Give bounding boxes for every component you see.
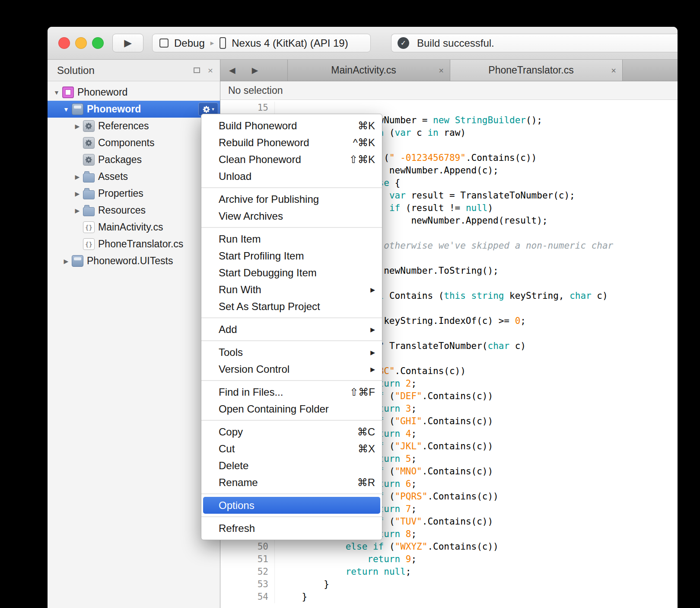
menu-item-refresh[interactable]: Refresh <box>201 520 382 537</box>
menu-item-run-with[interactable]: Run With▶ <box>201 281 382 298</box>
chevron-right-icon[interactable]: ▶ <box>72 173 83 180</box>
menu-item-view-archives[interactable]: View Archives <box>201 208 382 224</box>
minimize-window-button[interactable] <box>75 37 87 49</box>
sidebar-item-phoneword[interactable]: ▼Phoneword▾ <box>48 101 220 118</box>
tab-mainactivity-cs[interactable]: MainActivity.cs× <box>287 60 450 81</box>
sidebar-item-phoneword[interactable]: ▼Phoneword <box>48 84 220 101</box>
code-line: 50 else if ("WXYZ".Contains(c)) <box>220 541 678 553</box>
run-configuration-selector[interactable]: Debug ▸ Nexus 4 (KitKat) (API 19) <box>152 34 371 52</box>
code-line: 52 return null; <box>220 566 678 578</box>
code-text: } <box>275 578 329 591</box>
menu-separator <box>201 380 382 381</box>
tab-navigation: ◀ ▶ <box>220 60 287 81</box>
close-window-button[interactable] <box>58 37 70 49</box>
menu-item-shortcut: ⌘C <box>357 426 375 438</box>
menu-item-label: Find in Files... <box>219 386 341 398</box>
menu-item-tools[interactable]: Tools▶ <box>201 344 382 361</box>
menu-item-shortcut: ⇧⌘F <box>350 386 375 398</box>
sidebar-item-label: Resources <box>98 205 146 216</box>
menu-item-shortcut: ⌘K <box>358 120 375 132</box>
chevron-right-icon[interactable]: ▶ <box>72 190 83 197</box>
run-button[interactable]: ▶ <box>112 34 143 52</box>
navigate-back-icon[interactable]: ◀ <box>229 65 235 75</box>
code-file-icon: {} <box>83 221 95 233</box>
solution-tree: ▼Phoneword▼Phoneword▾▶ReferencesComponen… <box>48 81 220 269</box>
chevron-right-icon: ▸ <box>210 38 214 48</box>
tab-phonetranslator-cs[interactable]: PhoneTranslator.cs× <box>450 60 623 81</box>
tabs: MainActivity.cs×PhoneTranslator.cs× <box>287 60 623 81</box>
menu-item-cut[interactable]: Cut⌘X <box>201 440 382 457</box>
zoom-window-button[interactable] <box>92 37 104 49</box>
folder-icon <box>83 207 95 216</box>
menu-item-label: Rename <box>219 477 349 489</box>
menu-item-find-in-files[interactable]: Find in Files...⇧⌘F <box>201 384 382 400</box>
line-number: 51 <box>220 553 275 566</box>
sidebar-item-label: Packages <box>98 154 142 166</box>
menu-item-start-debugging-item[interactable]: Start Debugging Item <box>201 264 382 281</box>
pad-controls: × <box>194 66 213 75</box>
menu-item-label: Start Debugging Item <box>219 267 375 279</box>
sidebar-item-packages[interactable]: Packages <box>48 151 220 168</box>
solution-pad: Solution × ▼Phoneword▼Phoneword▾▶Referen… <box>48 60 220 608</box>
build-status-text: Build successful. <box>417 37 494 49</box>
menu-item-rebuild-phoneword[interactable]: Rebuild Phoneword^⌘K <box>201 134 382 151</box>
tab-label: MainActivity.cs <box>331 64 396 76</box>
menu-item-shortcut: ⌘R <box>357 477 375 489</box>
menu-separator <box>201 420 382 421</box>
navigate-forward-icon[interactable]: ▶ <box>252 65 258 75</box>
code-file-icon: {} <box>83 238 95 250</box>
code-text: return null; <box>275 566 411 578</box>
sidebar-item-mainactivity-cs[interactable]: {}MainActivity.cs <box>48 219 220 236</box>
chevron-right-icon[interactable]: ▶ <box>72 207 83 214</box>
code-line: 54 } <box>220 591 678 603</box>
sidebar-item-label: Assets <box>98 171 128 182</box>
sidebar-item-phonetranslator-cs[interactable]: {}PhoneTranslator.cs <box>48 236 220 253</box>
breadcrumb[interactable]: No selection <box>220 81 678 100</box>
close-pad-icon[interactable]: × <box>208 66 213 75</box>
dock-pad-icon[interactable] <box>194 67 200 73</box>
code-line: 51 return 9; <box>220 553 678 566</box>
chevron-right-icon[interactable]: ▶ <box>72 123 83 130</box>
menu-item-label: Copy <box>219 426 349 438</box>
chevron-down-icon[interactable]: ▼ <box>51 89 62 96</box>
chevron-right-icon[interactable]: ▶ <box>60 258 72 265</box>
editor-tab-bar: ◀ ▶ MainActivity.cs×PhoneTranslator.cs× <box>220 60 678 81</box>
sidebar-item-phoneword-uitests[interactable]: ▶Phoneword.UITests <box>48 253 220 269</box>
menu-item-archive-for-publishing[interactable]: Archive for Publishing <box>201 191 382 208</box>
menu-item-start-profiling-item[interactable]: Start Profiling Item <box>201 247 382 264</box>
sidebar-item-assets[interactable]: ▶Assets <box>48 168 220 185</box>
menu-item-delete[interactable]: Delete <box>201 457 382 474</box>
menu-item-run-item[interactable]: Run Item <box>201 230 382 247</box>
menu-item-label: Rebuild Phoneword <box>219 137 344 149</box>
device-label: Nexus 4 (KitKat) (API 19) <box>232 37 348 49</box>
play-icon: ▶ <box>124 37 132 49</box>
close-icon[interactable]: × <box>611 65 616 75</box>
sidebar-item-properties[interactable]: ▶Properties <box>48 185 220 202</box>
menu-item-build-phoneword[interactable]: Build Phoneword⌘K <box>201 117 382 134</box>
chevron-down-icon[interactable]: ▼ <box>60 106 72 113</box>
menu-item-add[interactable]: Add▶ <box>201 321 382 338</box>
menu-item-label: Clean Phoneword <box>219 154 340 166</box>
sidebar-item-resources[interactable]: ▶Resources <box>48 202 220 219</box>
close-icon[interactable]: × <box>439 65 444 75</box>
solution-pad-header: Solution × <box>48 60 220 81</box>
menu-item-open-containing-folder[interactable]: Open Containing Folder <box>201 400 382 417</box>
menu-item-set-as-startup-project[interactable]: Set As Startup Project <box>201 298 382 315</box>
sidebar-item-references[interactable]: ▶References <box>48 118 220 134</box>
folder-icon <box>83 190 95 199</box>
menu-item-label: Refresh <box>219 522 375 534</box>
code-line: 53 } <box>220 578 678 591</box>
screen-background: ▶ Debug ▸ Nexus 4 (KitKat) (API 19) ✓ Bu… <box>0 0 700 608</box>
menu-item-unload[interactable]: Unload <box>201 168 382 185</box>
menu-item-options[interactable]: Options <box>203 497 380 514</box>
sidebar-item-label: Phoneword.UITests <box>87 255 173 267</box>
sidebar-item-label: Phoneword <box>87 103 141 115</box>
tab-label: PhoneTranslator.cs <box>488 64 573 76</box>
sidebar-item-components[interactable]: Components <box>48 134 220 151</box>
menu-item-rename[interactable]: Rename⌘R <box>201 474 382 491</box>
sidebar-item-label: Phoneword <box>77 86 127 98</box>
menu-separator <box>201 187 382 188</box>
menu-item-clean-phoneword[interactable]: Clean Phoneword⇧⌘K <box>201 151 382 168</box>
menu-item-copy[interactable]: Copy⌘C <box>201 423 382 440</box>
menu-item-version-control[interactable]: Version Control▶ <box>201 361 382 378</box>
